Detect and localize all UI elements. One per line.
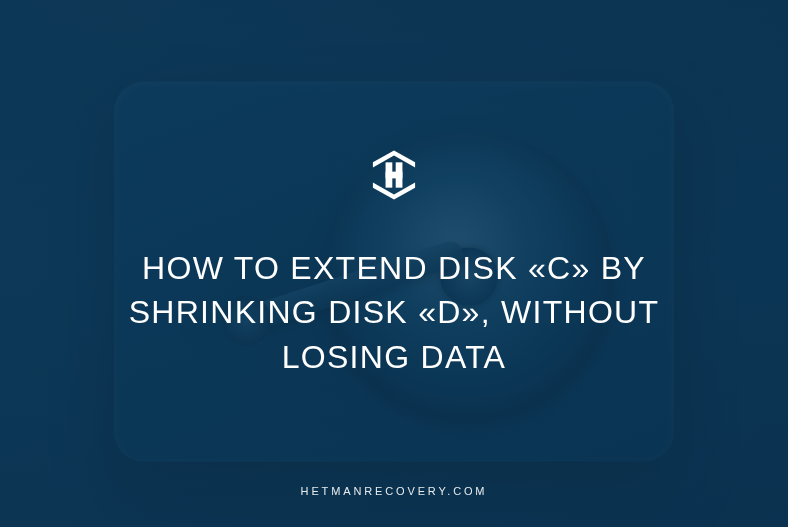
- footer: HETMANRECOVERY.COM: [0, 481, 788, 499]
- site-url-text: HETMANRECOVERY.COM: [301, 485, 488, 497]
- article-title: HOW TO EXTEND DISK «C» BY SHRINKING DISK…: [74, 246, 714, 378]
- brand-logo-icon: [367, 148, 421, 202]
- hero-content: HOW TO EXTEND DISK «C» BY SHRINKING DISK…: [0, 0, 788, 527]
